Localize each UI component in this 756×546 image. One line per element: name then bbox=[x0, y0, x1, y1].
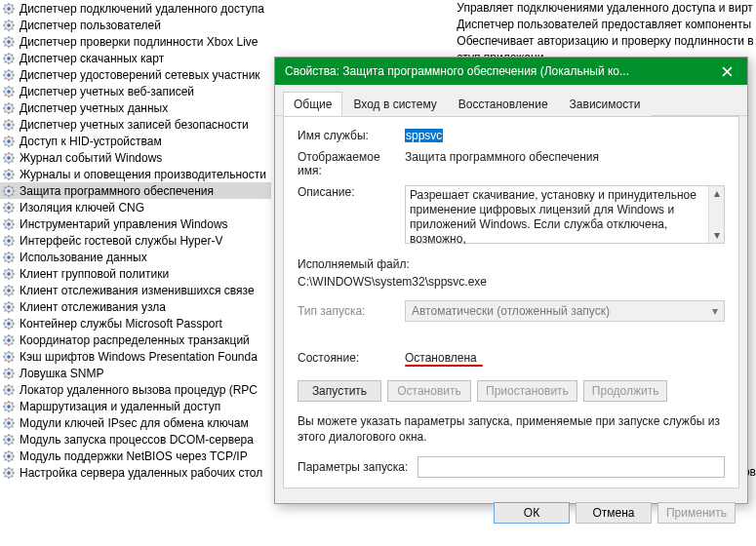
svg-line-278 bbox=[5, 459, 6, 460]
tab-general[interactable]: Общие bbox=[283, 92, 342, 116]
service-row[interactable]: Ловушка SNMP bbox=[0, 365, 271, 381]
svg-line-258 bbox=[5, 426, 6, 427]
service-row[interactable]: Диспетчер подключений удаленного доступа bbox=[0, 0, 271, 17]
svg-line-18 bbox=[5, 28, 6, 29]
svg-point-79 bbox=[7, 123, 11, 127]
service-row[interactable]: Диспетчер пользователей bbox=[0, 17, 271, 33]
svg-line-255 bbox=[5, 418, 6, 419]
svg-point-9 bbox=[7, 7, 11, 11]
svg-line-235 bbox=[5, 385, 6, 386]
service-properties-dialog: Свойства: Защита программного обеспечени… bbox=[274, 57, 748, 504]
service-name: Защита программного обеспечения bbox=[20, 184, 214, 198]
svg-line-268 bbox=[5, 443, 6, 444]
service-name: Ловушка SNMP bbox=[20, 367, 103, 380]
svg-point-39 bbox=[7, 57, 11, 60]
service-row[interactable]: Изоляция ключей CNG bbox=[0, 199, 271, 215]
service-row[interactable]: Клиент отслеживания изменившихся связе bbox=[0, 282, 271, 298]
service-name: Использование данных bbox=[20, 251, 147, 264]
service-name: Изоляция ключей CNG bbox=[20, 201, 144, 214]
svg-line-137 bbox=[12, 219, 13, 220]
service-name: Настройка сервера удаленных рабочих стол bbox=[20, 466, 262, 480]
svg-line-277 bbox=[12, 451, 13, 452]
executable-path: C:\WINDOWS\system32\sppsvc.exe bbox=[298, 275, 725, 289]
tab-dependencies[interactable]: Зависимости bbox=[559, 92, 652, 116]
service-row[interactable]: Модуль поддержки NetBIOS через TCP/IP bbox=[0, 448, 271, 464]
description-box[interactable]: Разрешает скачивание, установку и принуд… bbox=[405, 185, 725, 244]
svg-line-228 bbox=[5, 376, 6, 377]
svg-line-78 bbox=[5, 128, 6, 129]
service-row[interactable]: Диспетчер удостоверений сетевых участник bbox=[0, 66, 271, 83]
service-name: Инструментарий управления Windows bbox=[20, 217, 228, 231]
description-scrollbar[interactable]: ▴ ▾ bbox=[708, 186, 724, 243]
svg-line-265 bbox=[5, 435, 6, 436]
svg-line-215 bbox=[5, 352, 6, 353]
svg-line-108 bbox=[5, 177, 6, 178]
start-button[interactable]: Запустить bbox=[298, 380, 381, 402]
svg-point-169 bbox=[7, 272, 11, 276]
svg-line-126 bbox=[12, 211, 13, 212]
svg-line-107 bbox=[12, 170, 13, 171]
svg-line-275 bbox=[5, 451, 6, 452]
svg-line-8 bbox=[5, 12, 6, 13]
scroll-up-icon[interactable]: ▴ bbox=[714, 186, 720, 201]
svg-line-48 bbox=[5, 78, 6, 79]
tab-logon[interactable]: Вход в систему bbox=[342, 92, 447, 116]
svg-line-65 bbox=[5, 103, 6, 104]
svg-line-147 bbox=[12, 236, 13, 237]
service-row[interactable]: Контейнер службы Microsoft Passport bbox=[0, 315, 271, 332]
service-row[interactable]: Диспетчер скачанных карт bbox=[0, 50, 271, 66]
svg-line-88 bbox=[5, 144, 6, 145]
svg-point-249 bbox=[7, 405, 11, 409]
service-name: Контейнер службы Microsoft Passport bbox=[20, 317, 222, 331]
service-name: Клиент групповой политики bbox=[20, 267, 169, 281]
service-row[interactable]: Модули ключей IPsec для обмена ключам bbox=[0, 414, 271, 431]
svg-line-148 bbox=[5, 244, 6, 245]
svg-line-236 bbox=[12, 393, 13, 394]
service-description-fragment: Управляет подключениями удаленного досту… bbox=[457, 0, 756, 17]
svg-line-196 bbox=[12, 327, 13, 328]
svg-line-56 bbox=[12, 95, 13, 96]
service-row[interactable]: Диспетчер учетных записей безопасности bbox=[0, 116, 271, 133]
service-row[interactable]: Использование данных bbox=[0, 249, 271, 265]
scroll-down-icon[interactable]: ▾ bbox=[714, 228, 720, 243]
close-button[interactable] bbox=[706, 58, 747, 85]
svg-line-98 bbox=[5, 161, 6, 162]
svg-line-208 bbox=[5, 343, 6, 344]
service-row[interactable]: Координатор распределенных транзакций bbox=[0, 332, 271, 348]
tab-recovery[interactable]: Восстановление bbox=[448, 92, 559, 116]
cancel-button[interactable]: Отмена bbox=[576, 502, 652, 524]
svg-line-168 bbox=[5, 277, 6, 278]
service-row[interactable]: Инструментарий управления Windows bbox=[0, 215, 271, 232]
svg-line-198 bbox=[5, 327, 6, 328]
service-row[interactable]: Локатор удаленного вызова процедур (RPC bbox=[0, 381, 271, 398]
svg-line-127 bbox=[12, 203, 13, 204]
service-row[interactable]: Модуль запуска процессов DCOM-сервера bbox=[0, 431, 271, 448]
service-row[interactable]: Журнал событий Windows bbox=[0, 149, 271, 166]
ok-button[interactable]: ОК bbox=[494, 502, 570, 524]
label-executable: Исполняемый файл: bbox=[298, 257, 725, 271]
service-row[interactable]: Доступ к HID-устройствам bbox=[0, 133, 271, 149]
svg-line-157 bbox=[12, 253, 13, 254]
svg-line-185 bbox=[5, 302, 6, 303]
svg-line-238 bbox=[5, 393, 6, 394]
dialog-title: Свойства: Защита программного обеспечени… bbox=[285, 64, 706, 78]
service-row[interactable]: Диспетчер проверки подлинности Xbox Live bbox=[0, 33, 271, 50]
launch-params-input[interactable] bbox=[418, 456, 725, 478]
service-row[interactable]: Диспетчер учетных данных bbox=[0, 99, 271, 116]
service-row[interactable]: Журналы и оповещения производительности bbox=[0, 166, 271, 182]
service-row[interactable]: Диспетчер учетных веб-записей bbox=[0, 83, 271, 99]
service-row[interactable]: Интерфейс гостевой службы Hyper-V bbox=[0, 232, 271, 249]
svg-line-47 bbox=[12, 70, 13, 71]
svg-line-77 bbox=[12, 120, 13, 121]
close-icon bbox=[722, 66, 733, 77]
service-row[interactable]: Клиент групповой политики bbox=[0, 265, 271, 282]
svg-line-28 bbox=[5, 45, 6, 46]
service-row[interactable]: Клиент отслеживания узла bbox=[0, 298, 271, 315]
service-row[interactable]: Кэш шрифтов Windows Presentation Founda bbox=[0, 348, 271, 365]
service-row[interactable]: Маршрутизация и удаленный доступ bbox=[0, 398, 271, 414]
svg-line-136 bbox=[12, 227, 13, 228]
svg-line-57 bbox=[12, 87, 13, 88]
svg-line-288 bbox=[5, 476, 6, 477]
service-row[interactable]: Защита программного обеспечения bbox=[0, 182, 271, 199]
service-row[interactable]: Настройка сервера удаленных рабочих стол bbox=[0, 464, 271, 481]
